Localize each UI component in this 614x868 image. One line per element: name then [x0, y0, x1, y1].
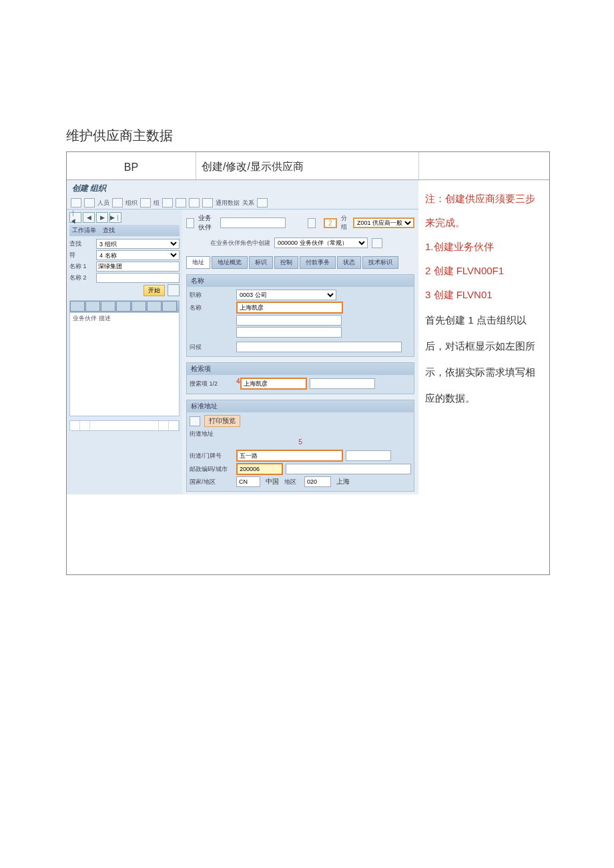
action-header: 创建/修改/显示供应商 [196, 152, 419, 179]
new-person-icon[interactable] [84, 198, 95, 207]
tree-ico2[interactable] [85, 301, 100, 312]
print-preview-icon[interactable] [190, 416, 200, 426]
tab-address[interactable]: 地址 [186, 256, 210, 269]
region-name: 上海 [336, 477, 350, 486]
start-button[interactable]: 开始 [143, 285, 165, 296]
region-label: 地区 [284, 478, 304, 486]
relations-icon[interactable] [257, 198, 268, 207]
name2-input[interactable] [96, 273, 180, 283]
document-title: 维护供应商主数据 [66, 127, 548, 145]
name-field-label: 名称 [190, 304, 236, 312]
title-select[interactable]: 0003 公司 [236, 290, 336, 300]
tree-ico1[interactable] [70, 301, 85, 312]
name2-label: 名称 2 [69, 274, 96, 282]
sap-right-pane: 业务伙伴 2 分组 Z001 供应商一般材料 在业 [182, 209, 418, 494]
bp-tabs: 地址 地址概览 标识 控制 付款事务 状态 技术标识 [186, 256, 414, 269]
tab-addr-overview[interactable]: 地址概览 [212, 256, 248, 269]
toolbar-nav-icon[interactable] [176, 198, 186, 207]
find-tab[interactable]: 查找 [103, 227, 115, 234]
tb-org-label: 组织 [125, 199, 137, 207]
bp-header: BP [67, 152, 196, 179]
name-input-3[interactable] [236, 327, 342, 338]
search-label: 查找 [69, 240, 96, 248]
tree-ico6[interactable] [147, 301, 162, 312]
tab-payment[interactable]: 付款事务 [300, 256, 336, 269]
name1-input[interactable] [96, 262, 180, 272]
address-section: 标准地址 打印预览 街道地址 5 街道/门牌号 [186, 400, 414, 492]
country-code-input[interactable] [236, 476, 260, 487]
city-input[interactable] [286, 464, 411, 474]
searchterm12-label: 搜索项 1/2 [190, 380, 236, 388]
left-pager[interactable] [69, 420, 180, 431]
nav-next-icon[interactable]: ▶ [96, 212, 108, 223]
result-tree: 业务伙伴 描述 [69, 312, 180, 416]
search-select[interactable]: 3 组织 [96, 239, 180, 249]
name-section: 名称 职称 0003 公司 名称 [186, 274, 414, 357]
name-input-2[interactable] [236, 315, 342, 326]
sap-left-pane: ｜◀ ◀ ▶ ▶｜ 工作清单 查找 查找 [67, 209, 182, 494]
search-help-icon[interactable] [168, 284, 180, 296]
tab-status[interactable]: 状态 [337, 256, 361, 269]
name-section-title: 名称 [187, 275, 414, 287]
bp-number-input[interactable] [220, 218, 286, 228]
grouping-label: 分组 [341, 214, 349, 232]
result-toolbar [69, 300, 180, 312]
sap-toolbar: 人员 组织 组 通用数据 关系 [67, 197, 418, 209]
content-frame: BP 创建/修改/显示供应商 创建 组织 人员 组织 组 [66, 151, 550, 575]
create-role-label: 在业务伙伴角色中创建 [210, 239, 270, 248]
toolbar-sep-icon [162, 198, 173, 207]
notes-step3: 3 创建 FLVN01 [425, 283, 543, 307]
annotation-4: 4 [236, 378, 240, 385]
street-label: 街道/门牌号 [190, 452, 236, 460]
nav-prev-icon[interactable]: ◀ [83, 212, 95, 223]
searchterm1-input[interactable] [240, 378, 307, 390]
tree-ico5[interactable] [131, 301, 146, 312]
tb-relations-label: 关系 [242, 199, 254, 207]
notes-head: 注：创建供应商须要三步来完成。 [425, 187, 543, 235]
tab-control[interactable]: 控制 [274, 256, 298, 269]
toolbar-nav2-icon[interactable] [189, 198, 200, 207]
by-select[interactable]: 4 名称 [96, 250, 180, 260]
toolbar-icon[interactable] [71, 198, 81, 207]
worklist-tab[interactable]: 工作清单 [72, 227, 96, 234]
searchterm2-input[interactable] [310, 378, 375, 389]
tb-group-label: 组 [154, 199, 160, 207]
name1-label: 名称 1 [69, 262, 96, 271]
bp-icon [186, 218, 194, 228]
new-group-icon[interactable] [140, 198, 151, 207]
tree-ico7[interactable] [162, 301, 177, 312]
tree-ico4[interactable] [116, 301, 131, 312]
country-name: 中国 [266, 477, 279, 486]
houseno-input[interactable] [346, 450, 391, 461]
role-help-icon[interactable] [372, 238, 382, 248]
grouping-select[interactable]: Z001 供应商一般材料 [353, 218, 414, 228]
notes-step1: 1.创建业务伙伴 [425, 235, 543, 259]
postal-input[interactable] [236, 463, 283, 475]
salutation-label: 问候 [190, 343, 236, 352]
address-section-title: 标准地址 [187, 400, 414, 412]
notes-column: 注：创建供应商须要三步来完成。 1.创建业务伙伴 2 创建 FLVN00F1 3… [418, 180, 549, 494]
nav-first-icon[interactable]: ｜◀ [69, 212, 81, 223]
salutation-input[interactable] [236, 342, 402, 352]
title-label: 职称 [190, 291, 236, 300]
name-input[interactable] [236, 302, 343, 314]
nav-last-icon[interactable]: ▶｜ [109, 212, 121, 223]
street-input[interactable] [236, 450, 343, 462]
sap-screenshot: 创建 组织 人员 组织 组 通用数据 关系 [67, 180, 418, 494]
notes-step2: 2 创建 FLVN00F1 [425, 259, 543, 283]
region-code-input[interactable] [304, 476, 331, 487]
by-label: 符 [69, 251, 96, 260]
street-address-heading: 街道地址 [190, 430, 411, 438]
tab-identification[interactable]: 标识 [249, 256, 273, 269]
new-org-icon[interactable] [112, 198, 123, 207]
print-preview-label[interactable]: 打印预览 [204, 415, 240, 427]
search-section-title: 检索项 [187, 363, 414, 375]
tab-tech[interactable]: 技术标识 [362, 256, 398, 269]
search-section: 检索项 搜索项 1/2 4 [186, 362, 414, 394]
tree-columns: 业务伙伴 描述 [73, 315, 111, 322]
notes-tail: 首先创建 1 点击组织以后，对话框显示如左图所示，依据实际需求填写相应的数据。 [425, 314, 535, 404]
tree-ico3[interactable] [101, 301, 115, 312]
general-icon[interactable] [202, 198, 213, 207]
tb-person-label: 人员 [97, 199, 109, 207]
bp-role-select[interactable]: 000000 业务伙伴（常规） [274, 238, 368, 248]
